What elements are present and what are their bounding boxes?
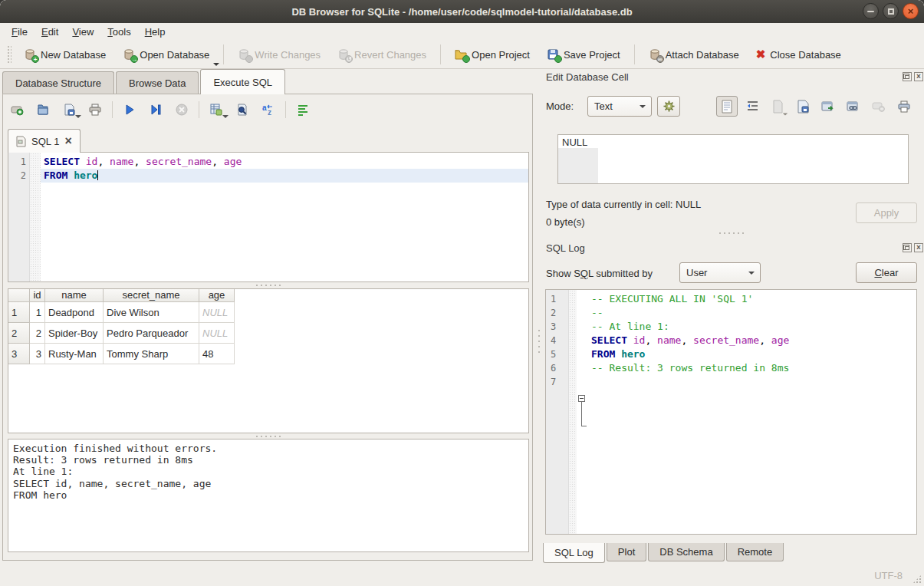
export-cell-data-button[interactable] — [792, 96, 814, 117]
cell-secret-name[interactable]: Pedro Parqueador — [104, 323, 199, 344]
cell-name[interactable]: Spider-Boy — [45, 323, 104, 344]
row-header[interactable]: 1 — [8, 302, 30, 323]
cell-secret-name[interactable]: Dive Wilson — [104, 302, 199, 323]
save-project-button[interactable]: Save Project — [538, 41, 629, 67]
svg-text:z: z — [268, 108, 271, 117]
sql-document-tab[interactable]: SQL 1 × — [8, 129, 81, 153]
editor-results-splitter[interactable] — [8, 283, 529, 288]
clear-log-button[interactable]: Clear — [856, 262, 917, 283]
word-wrap-button[interactable] — [294, 100, 312, 119]
menu-tools[interactable]: Tools — [100, 25, 137, 39]
app-window: DB Browser for SQLite - /home/user/code/… — [0, 0, 924, 586]
cell-id[interactable]: 3 — [30, 344, 45, 364]
attach-database-button[interactable]: ∞ Attach Database — [640, 41, 748, 67]
menu-edit[interactable]: Edit — [35, 25, 65, 39]
find-icon — [235, 103, 249, 117]
dropdown-caret-icon — [75, 115, 81, 118]
tab-browse-data[interactable]: Browse Data — [116, 71, 199, 94]
minimize-button[interactable] — [863, 3, 879, 19]
cell-id[interactable]: 1 — [30, 302, 45, 323]
toolbar-separator — [634, 44, 635, 64]
text-mode-button[interactable] — [716, 96, 738, 117]
mode-select[interactable]: Text — [587, 96, 652, 117]
save-results-button[interactable] — [207, 100, 225, 119]
close-dock-button[interactable]: × — [914, 243, 923, 252]
tab-execute-sql[interactable]: Execute SQL — [200, 69, 285, 94]
resize-grip[interactable] — [912, 574, 922, 584]
cell-name[interactable]: Rusty-Man — [45, 344, 104, 364]
column-header[interactable]: name — [45, 289, 104, 302]
cell-secret-name[interactable]: Tommy Sharp — [104, 344, 199, 364]
cell-id[interactable]: 2 — [30, 323, 45, 344]
revert-badge-icon: ↺ — [345, 55, 353, 63]
log-line: 7 — [546, 375, 916, 389]
cell-name[interactable]: Deadpond — [45, 302, 104, 323]
open-database-icon: → — [123, 48, 135, 61]
results-table[interactable]: id name secret_name age 1 1 Deadpond Div… — [8, 288, 529, 433]
column-header[interactable]: id — [30, 289, 45, 302]
close-tab-icon[interactable]: × — [64, 136, 71, 146]
execute-line-button[interactable] — [146, 100, 165, 119]
column-header[interactable]: secret_name — [104, 289, 199, 302]
cell-size-info: 0 byte(s) — [546, 216, 585, 228]
tab-database-structure[interactable]: Database Structure — [2, 71, 114, 94]
float-dock-button[interactable] — [903, 72, 912, 81]
titlebar[interactable]: DB Browser for SQLite - /home/user/code/… — [0, 0, 924, 23]
copy-link-button[interactable] — [843, 96, 864, 117]
print-button[interactable] — [86, 100, 104, 119]
close-database-button[interactable]: ✖ Close Database — [748, 41, 850, 67]
close-database-icon: ✖ — [756, 48, 766, 61]
float-icon — [905, 75, 909, 79]
word-wrap-cell-button[interactable] — [742, 96, 763, 117]
sql-log-view[interactable]: 1 -- EXECUTING ALL IN 'SQL 1' 2 -- 3 -- … — [545, 289, 917, 535]
maximize-button[interactable] — [883, 3, 899, 19]
print-cell-button[interactable] — [893, 96, 915, 117]
open-sql-file-button[interactable] — [34, 100, 52, 119]
cell-age[interactable]: NULL — [199, 323, 235, 344]
open-project-button[interactable]: Open Project — [446, 41, 538, 67]
sql-log-filter-label: Show SQL submitted by — [546, 268, 653, 279]
tab-db-schema[interactable]: DB Schema — [648, 543, 724, 561]
new-tab-icon — [10, 103, 24, 117]
cell-age[interactable]: 48 — [199, 344, 235, 364]
align-icon — [296, 103, 310, 117]
dock-splitter[interactable] — [545, 231, 917, 235]
pane-splitter[interactable] — [537, 330, 541, 364]
toolbar-separator — [223, 44, 224, 64]
row-header[interactable]: 2 — [8, 323, 30, 344]
new-sql-tab-button[interactable] — [8, 100, 26, 119]
corner-header — [8, 289, 30, 302]
execute-all-button[interactable] — [120, 100, 139, 119]
format-icon: az — [261, 103, 275, 117]
save-project-icon — [547, 48, 559, 61]
toolbar-drag-handle[interactable] — [7, 45, 12, 64]
float-dock-button[interactable] — [903, 243, 912, 252]
cell-editor-toolbar — [716, 96, 915, 117]
message-line: FROM hero — [13, 489, 524, 501]
cell-editor[interactable]: NULL — [557, 134, 909, 184]
tab-plot[interactable]: Plot — [607, 543, 646, 561]
save-sql-file-button[interactable] — [60, 100, 78, 119]
close-dock-button[interactable]: × — [914, 72, 923, 81]
menu-view[interactable]: View — [65, 25, 100, 39]
sql-log-filter-select[interactable]: User — [679, 262, 761, 283]
dock-tab-bar: SQL Log Plot DB Schema Remote — [543, 543, 785, 563]
cell-age[interactable]: NULL — [199, 302, 235, 323]
tab-remote[interactable]: Remote — [726, 543, 784, 561]
new-database-button[interactable]: + New Database — [15, 41, 114, 67]
chevron-down-icon — [748, 272, 755, 275]
tab-sql-log[interactable]: SQL Log — [543, 543, 605, 563]
open-in-external-button[interactable] — [817, 96, 839, 117]
close-button[interactable]: × — [903, 3, 919, 19]
find-replace-button[interactable] — [233, 100, 252, 119]
cell-settings-button[interactable] — [657, 96, 680, 117]
menu-file[interactable]: File — [5, 25, 35, 39]
execution-message-panel[interactable]: Execution finished without errors. Resul… — [8, 439, 529, 552]
message-line: Execution finished without errors. — [13, 443, 524, 454]
row-header[interactable]: 3 — [8, 344, 30, 364]
sql-editor[interactable]: 1 SELECT id, name, secret_name, age 2 FR… — [8, 152, 529, 282]
format-sql-button[interactable]: az — [259, 100, 278, 119]
menu-help[interactable]: Help — [138, 25, 173, 39]
open-database-button[interactable]: → Open Database — [114, 41, 218, 67]
column-header[interactable]: age — [199, 289, 235, 302]
